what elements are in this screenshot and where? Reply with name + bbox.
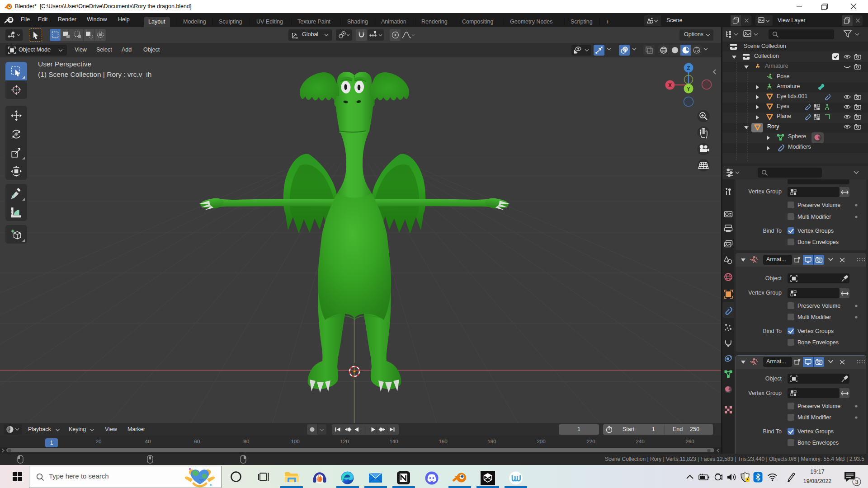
svg-text:3: 3	[855, 479, 858, 485]
svg-text:Y: Y	[687, 86, 690, 92]
svg-text:Z: Z	[687, 65, 690, 71]
svg-text:X: X	[668, 82, 672, 89]
